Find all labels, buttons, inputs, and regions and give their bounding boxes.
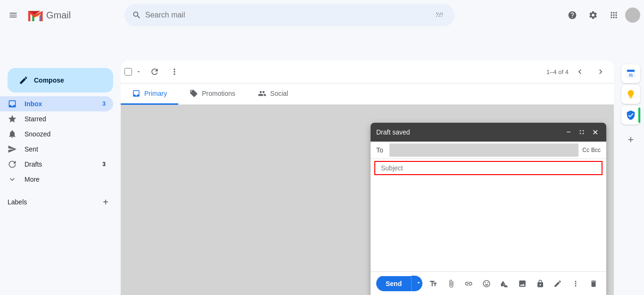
compose-title: Draft saved [376,128,563,136]
compose-cc-link[interactable]: Cc [582,147,589,153]
sidebar-item-more[interactable]: More [0,172,113,187]
sent-label: Sent [25,145,38,153]
inbox-icon [8,99,17,109]
snoozed-icon [8,129,17,139]
labels-title: Labels [8,198,27,206]
tab-promotions[interactable]: Promotions [178,84,247,105]
snoozed-label: Snoozed [25,130,50,138]
add-label-button[interactable]: + [98,194,113,210]
compose-footer: Send [371,271,606,295]
tab-social-label: Social [270,90,288,97]
sidebar-item-inbox[interactable]: Inbox 3 [0,96,113,111]
send-button-group: Send [376,276,422,291]
google-tasks-icon[interactable] [621,106,640,125]
mail-count-text: 1–4 of 4 [546,68,569,76]
starred-label: Starred [25,115,46,123]
next-page-button[interactable] [591,62,610,81]
compose-to-input-area[interactable] [389,143,578,157]
compose-label: Compose [34,76,64,84]
compose-to-row: To Cc Bcc [371,142,606,159]
svg-rect-1 [627,70,635,72]
select-all-checkbox[interactable] [124,68,132,76]
tabs-bar: Primary Promotions Social [121,84,614,105]
more-chevron-icon [8,175,17,184]
search-icon [132,10,141,20]
compose-bcc-link[interactable]: Bcc [591,147,601,153]
tab-primary[interactable]: Primary [121,84,178,105]
settings-button[interactable] [584,6,603,25]
add-panel-button[interactable]: + [621,130,640,149]
social-tab-icon [258,89,266,98]
compose-header[interactable]: Draft saved − ✕ [371,123,606,142]
svg-text:31: 31 [628,73,633,77]
compose-icon [19,76,28,85]
compose-close-button[interactable]: ✕ [589,126,601,138]
attach-button[interactable] [444,276,458,291]
compose-fullscreen-button[interactable] [576,126,587,138]
signature-button[interactable] [551,276,565,291]
sidebar-item-starred[interactable]: Starred [0,111,113,126]
insert-link-button[interactable] [462,276,476,291]
insert-drive-button[interactable] [497,276,512,291]
sidebar-item-sent[interactable]: Sent [0,142,113,157]
insert-emoji-button[interactable] [479,276,494,291]
right-panel: 31 + [618,60,644,295]
drafts-badge: 3 [102,161,106,168]
send-options-button[interactable] [411,276,422,291]
compose-cc-bcc-links: Cc Bcc [582,147,601,153]
select-dropdown-button[interactable] [133,66,144,77]
compose-body-area[interactable] [371,177,606,271]
discard-button[interactable] [586,276,601,291]
more-label: More [25,176,40,183]
tab-social[interactable]: Social [247,84,299,105]
hamburger-menu-button[interactable] [4,6,23,25]
refresh-button[interactable] [145,62,164,81]
drafts-label: Drafts [25,160,42,168]
formatting-button[interactable] [426,276,440,291]
search-bar[interactable] [124,4,454,26]
gmail-text-label: Gmail [46,10,71,21]
promotions-tab-icon [190,89,198,98]
search-filter-button[interactable] [432,8,447,23]
google-keep-icon[interactable] [621,85,640,104]
compose-minimize-button[interactable]: − [563,126,574,138]
prev-page-button[interactable] [570,62,589,81]
tab-primary-label: Primary [144,90,167,97]
inbox-label: Inbox [25,100,42,108]
more-options-button[interactable] [165,62,184,81]
compose-subject-row [374,161,603,175]
compose-button[interactable]: Compose [8,68,113,93]
inbox-badge: 3 [102,101,106,107]
sidebar: Compose Inbox 3 Starred Snoozed [0,60,121,295]
compose-to-label: To [376,146,386,154]
starred-icon [8,114,17,124]
apps-button[interactable] [604,6,623,25]
sent-icon [8,144,17,154]
labels-section: Labels + [0,187,121,211]
compose-subject-input[interactable] [381,164,596,172]
help-button[interactable] [563,6,582,25]
tab-promotions-label: Promotions [202,90,235,97]
send-button[interactable]: Send [376,276,411,291]
primary-tab-icon [132,89,140,98]
sidebar-item-snoozed[interactable]: Snoozed [0,126,113,142]
insert-lock-button[interactable] [533,276,547,291]
gmail-logo: Gmail [26,9,71,22]
compose-window: Draft saved − ✕ To Cc Bcc Send [371,123,606,295]
google-calendar-icon[interactable]: 31 [621,64,640,83]
drafts-icon [8,160,17,169]
compose-header-actions: − ✕ [563,126,601,138]
search-input[interactable] [145,11,428,19]
mail-toolbar: 1–4 of 4 [121,60,614,84]
insert-photo-button[interactable] [515,276,529,291]
more-compose-options-button[interactable] [569,276,583,291]
sidebar-item-drafts[interactable]: Drafts 3 [0,157,113,172]
user-avatar[interactable] [625,8,640,23]
